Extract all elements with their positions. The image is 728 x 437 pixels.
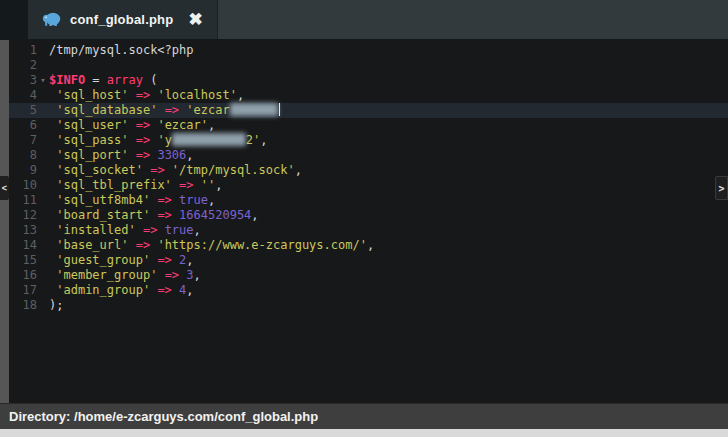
- code-token: [128, 88, 135, 102]
- code-token: array: [107, 73, 143, 87]
- code-line[interactable]: 8 'sql_port' => 3306,: [9, 148, 728, 163]
- code-token: ,: [367, 238, 374, 252]
- line-number[interactable]: 5: [9, 103, 37, 118]
- code-line[interactable]: 4 'sql_host' => 'localhost',: [9, 88, 728, 103]
- fold-arrow-icon[interactable]: ▾: [37, 73, 49, 88]
- bottom-strip: [0, 429, 728, 436]
- line-number[interactable]: 12: [9, 208, 37, 223]
- code-token: 'y: [157, 133, 171, 147]
- code-token: [128, 118, 135, 132]
- code-text: 'sql_utf8mb4' => true,: [49, 193, 728, 208]
- fold-spacer: [37, 163, 49, 178]
- line-number[interactable]: 3: [9, 73, 37, 88]
- code-token: [136, 223, 143, 237]
- code-line[interactable]: 3▾$INFO = array (: [9, 73, 728, 88]
- line-number[interactable]: 10: [9, 178, 37, 193]
- fold-spacer: [37, 208, 49, 223]
- code-token: 'sql_socket': [56, 163, 143, 177]
- line-number[interactable]: 4: [9, 88, 37, 103]
- code-line[interactable]: 9 'sql_socket' => '/tmp/mysql.sock',: [9, 163, 728, 178]
- code-token: [172, 253, 179, 267]
- line-number[interactable]: 14: [9, 238, 37, 253]
- code-token: 'sql_tbl_prefix': [56, 178, 172, 192]
- code-token: [194, 178, 201, 192]
- code-token: ,: [186, 283, 193, 297]
- code-text: 'sql_host' => 'localhost',: [49, 88, 728, 103]
- code-token: =>: [136, 148, 150, 162]
- status-bar: Directory: /home/e-zcarguys.com/conf_glo…: [0, 403, 728, 429]
- code-line[interactable]: 7 'sql_pass' => 'y2',: [9, 133, 728, 148]
- code-text: 'sql_user' => 'ezcar',: [49, 118, 728, 133]
- code-token: ,: [215, 178, 222, 192]
- code-token: 'localhost': [157, 88, 236, 102]
- line-number[interactable]: 9: [9, 163, 37, 178]
- code-token: ,: [208, 118, 215, 132]
- logo-corner[interactable]: [0, 0, 28, 39]
- code-line[interactable]: 18);: [9, 298, 728, 313]
- code-token: =>: [136, 88, 150, 102]
- line-number[interactable]: 8: [9, 148, 37, 163]
- code-line[interactable]: 5 'sql_database' => 'ezcar: [9, 103, 728, 118]
- code-token: 'sql_utf8mb4': [56, 193, 150, 207]
- line-number[interactable]: 7: [9, 133, 37, 148]
- collapse-left-icon[interactable]: <: [0, 176, 9, 200]
- code-token: '': [201, 178, 215, 192]
- code-token: =>: [157, 208, 171, 222]
- tab-close-icon[interactable]: ✖: [188, 11, 202, 28]
- tab-conf-global-php[interactable]: conf_global.php ✖: [28, 0, 218, 39]
- line-number[interactable]: 15: [9, 253, 37, 268]
- code-token: [157, 223, 164, 237]
- code-token: =>: [165, 103, 179, 117]
- code-token: [165, 163, 172, 177]
- line-number[interactable]: 1: [9, 43, 37, 58]
- code-line[interactable]: 10 'sql_tbl_prefix' => '',: [9, 178, 728, 193]
- code-line[interactable]: 6 'sql_user' => 'ezcar',: [9, 118, 728, 133]
- line-number[interactable]: 11: [9, 193, 37, 208]
- code-token: =>: [143, 223, 157, 237]
- redacted-blur: [172, 133, 246, 146]
- tab-label: conf_global.php: [70, 12, 173, 27]
- code-token: );: [49, 298, 63, 312]
- fold-spacer: [37, 238, 49, 253]
- code-text: 'sql_pass' => 'y2',: [49, 133, 728, 148]
- code-line[interactable]: 11 'sql_utf8mb4' => true,: [9, 193, 728, 208]
- code-line[interactable]: 17 'admin_group' => 4,: [9, 283, 728, 298]
- line-number[interactable]: 17: [9, 283, 37, 298]
- line-number[interactable]: 13: [9, 223, 37, 238]
- code-token: [157, 103, 164, 117]
- code-line[interactable]: 13 'installed' => true,: [9, 223, 728, 238]
- code-line[interactable]: 1/tmp/mysql.sock<?php: [9, 43, 728, 58]
- code-token: 'sql_port': [56, 148, 128, 162]
- code-line[interactable]: 14 'base_url' => 'https://www.e-zcarguys…: [9, 238, 728, 253]
- expand-right-icon[interactable]: >: [715, 176, 728, 200]
- code-token: 'ezcar: [186, 103, 229, 117]
- code-editor[interactable]: 1/tmp/mysql.sock<?php23▾$INFO = array (4…: [9, 40, 728, 403]
- code-token: [128, 133, 135, 147]
- code-token: =>: [157, 253, 171, 267]
- code-token: [172, 193, 179, 207]
- code-token: 1664520954: [179, 208, 251, 222]
- code-text: /tmp/mysql.sock<?php: [49, 43, 728, 58]
- line-number[interactable]: 6: [9, 118, 37, 133]
- code-token: /tmp/mysql.sock<?php: [49, 43, 194, 57]
- code-token: ,: [186, 253, 193, 267]
- code-token: =>: [179, 178, 193, 192]
- code-token: =>: [150, 163, 164, 177]
- code-token: ,: [251, 208, 258, 222]
- line-number[interactable]: 2: [9, 58, 37, 73]
- code-line[interactable]: 16 'member_group' => 3,: [9, 268, 728, 283]
- code-token: ,: [260, 133, 267, 147]
- line-number[interactable]: 18: [9, 298, 37, 313]
- code-token: 'installed': [56, 223, 135, 237]
- code-token: [157, 268, 164, 282]
- code-token: =>: [165, 268, 179, 282]
- code-line[interactable]: 15 'guest_group' => 2,: [9, 253, 728, 268]
- code-line[interactable]: 2: [9, 58, 728, 73]
- code-line[interactable]: 12 'board_start' => 1664520954,: [9, 208, 728, 223]
- code-token: '/tmp/mysql.sock': [172, 163, 295, 177]
- line-number[interactable]: 16: [9, 268, 37, 283]
- code-text: 'sql_database' => 'ezcar: [49, 103, 728, 118]
- code-token: =: [85, 73, 107, 87]
- status-directory: Directory: /home/e-zcarguys.com/conf_glo…: [9, 409, 318, 424]
- fold-spacer: [37, 298, 49, 313]
